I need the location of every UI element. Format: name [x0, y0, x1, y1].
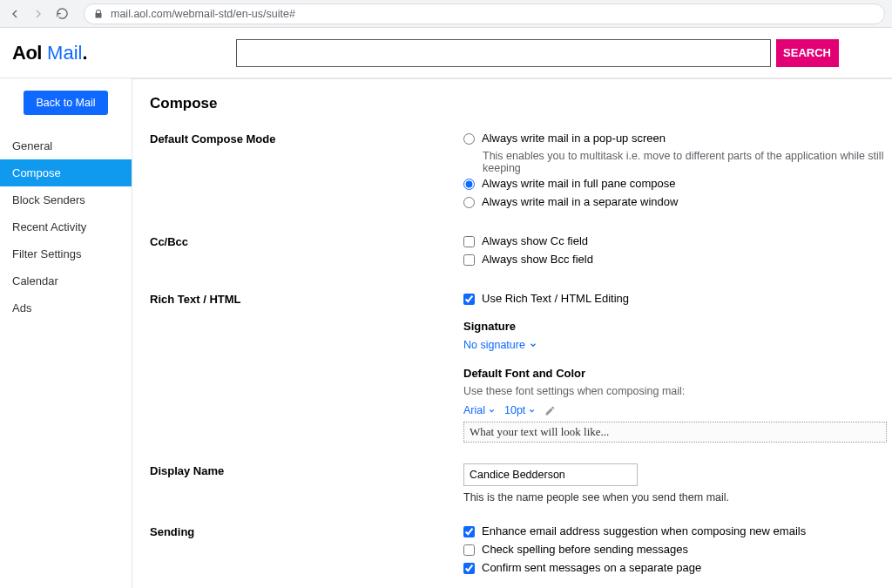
sidebar-item-compose[interactable]: Compose: [0, 159, 132, 186]
reload-icon[interactable]: [55, 6, 70, 22]
radio-window-label: Always write mail in a separate window: [482, 195, 678, 208]
sidebar-item-filter-settings[interactable]: Filter Settings: [0, 240, 132, 267]
check-spell[interactable]: Check spelling before sending messages: [463, 543, 892, 558]
font-name-dropdown[interactable]: Arial: [463, 404, 496, 416]
radio-fullpane[interactable]: Always write mail in full pane compose: [463, 177, 892, 193]
check-bcc-label: Always show Bcc field: [482, 253, 593, 266]
check-enhance-input[interactable]: [463, 526, 475, 537]
sidebar-nav: General Compose Block Senders Recent Act…: [0, 132, 132, 321]
check-cc-label: Always show Cc field: [482, 234, 588, 247]
search-input[interactable]: [236, 39, 771, 67]
chevron-down-icon: [488, 407, 496, 415]
radio-window-input[interactable]: [463, 197, 475, 208]
check-confirm-label: Confirm sent messages on a separate page: [482, 561, 701, 574]
check-bcc-input[interactable]: [463, 254, 475, 266]
radio-window[interactable]: Always write mail in a separate window: [463, 195, 892, 211]
heading-default-font: Default Font and Color: [463, 367, 892, 380]
sidebar-item-calendar[interactable]: Calendar: [0, 267, 132, 294]
page-title: Compose: [150, 95, 892, 112]
check-enhance-label: Enhance email address suggestion when co…: [482, 524, 806, 537]
chevron-down-icon: [528, 407, 536, 415]
label-sending: Sending: [150, 524, 463, 579]
check-cc-input[interactable]: [463, 236, 475, 247]
check-richtext-label: Use Rich Text / HTML Editing: [482, 292, 629, 305]
sidebar-item-block-senders[interactable]: Block Senders: [0, 186, 132, 213]
check-bcc[interactable]: Always show Bcc field: [463, 253, 892, 268]
url-text: mail.aol.com/webmail-std/en-us/suite#: [111, 8, 295, 20]
check-enhance[interactable]: Enhance email address suggestion when co…: [463, 524, 892, 540]
back-nav-icon[interactable]: [7, 6, 22, 22]
font-desc: Use these font settings when composing m…: [463, 385, 892, 397]
sidebar-item-general[interactable]: General: [0, 132, 132, 159]
lock-icon: [93, 9, 104, 19]
radio-popup-input[interactable]: [463, 133, 475, 145]
label-display-name: Display Name: [150, 463, 463, 504]
address-bar[interactable]: mail.aol.com/webmail-std/en-us/suite#: [84, 3, 885, 24]
back-to-mail-button[interactable]: Back to Mail: [24, 91, 107, 115]
label-richtext: Rich Text / HTML: [150, 292, 463, 443]
radio-fullpane-input[interactable]: [463, 179, 475, 190]
check-spell-label: Check spelling before sending messages: [482, 543, 688, 556]
app-header: Aol Mail. SEARCH: [0, 28, 892, 78]
display-name-desc: This is the name people see when you sen…: [463, 491, 892, 504]
check-richtext[interactable]: Use Rich Text / HTML Editing: [463, 292, 892, 308]
settings-content: Compose Default Compose Mode Always writ…: [132, 78, 892, 588]
radio-popup-label: Always write mail in a pop-up screen: [482, 132, 666, 145]
sidebar-item-recent-activity[interactable]: Recent Activity: [0, 213, 132, 240]
check-confirm[interactable]: Confirm sent messages on a separate page: [463, 561, 892, 577]
settings-sidebar: Back to Mail General Compose Block Sende…: [0, 78, 132, 588]
check-spell-input[interactable]: [463, 544, 475, 556]
radio-fullpane-label: Always write mail in full pane compose: [482, 177, 676, 190]
label-compose-mode: Default Compose Mode: [150, 132, 463, 213]
chevron-down-icon: [529, 341, 537, 349]
sidebar-item-ads[interactable]: Ads: [0, 294, 132, 321]
aol-mail-logo[interactable]: Aol Mail.: [12, 42, 88, 64]
label-ccbcc: Cc/Bcc: [150, 234, 463, 271]
check-cc[interactable]: Always show Cc field: [463, 234, 892, 250]
font-preview: What your text will look like...: [463, 422, 887, 443]
forward-nav-icon[interactable]: [30, 6, 45, 22]
browser-chrome: mail.aol.com/webmail-std/en-us/suite#: [0, 0, 892, 28]
popup-subtext: This enables you to multitask i.e. move …: [483, 150, 892, 174]
heading-signature: Signature: [463, 320, 892, 333]
search-button[interactable]: SEARCH: [776, 39, 839, 67]
signature-dropdown[interactable]: No signature: [463, 339, 537, 351]
font-size-dropdown[interactable]: 10pt: [504, 404, 536, 416]
pencil-icon[interactable]: [544, 405, 556, 416]
radio-popup[interactable]: Always write mail in a pop-up screen: [463, 132, 892, 147]
display-name-input[interactable]: [463, 463, 638, 486]
check-richtext-input[interactable]: [463, 294, 475, 305]
check-confirm-input[interactable]: [463, 563, 475, 574]
